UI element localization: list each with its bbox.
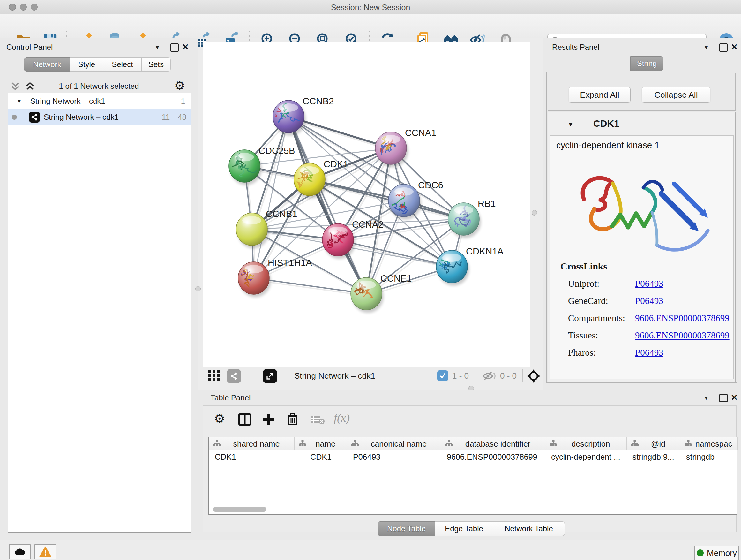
tab-node-table[interactable]: Node Table (378, 521, 435, 536)
table-panel-title: Table Panel (211, 393, 251, 402)
crosslink-value[interactable]: P06493 (635, 348, 664, 358)
panel-menu-icon[interactable]: ▾ (704, 44, 708, 51)
network-node-CCNB1[interactable]: CCNB1 (236, 209, 297, 248)
collapse-all-button[interactable]: Collapse All (642, 87, 711, 103)
crosslink-label: GeneCard: (568, 292, 635, 309)
float-panel-icon[interactable] (171, 44, 179, 52)
splitter-handle[interactable] (195, 286, 201, 292)
table-cell[interactable]: CDK1 (294, 450, 347, 463)
function-builder-button[interactable]: f(x) (334, 411, 350, 425)
network-canvas[interactable]: CCNB2CCNA1CDC25BCDK1CDC6RB1CCNB1CCNA2CDK… (203, 43, 530, 367)
tab-network[interactable]: Network (24, 57, 70, 71)
expand-all-networks-icon[interactable] (24, 80, 36, 93)
expand-all-button[interactable]: Expand All (569, 87, 630, 103)
table-settings-gear-icon[interactable]: ⚙ (214, 411, 225, 426)
column-header[interactable]: shared name (209, 437, 294, 450)
float-panel-icon[interactable] (719, 394, 728, 402)
hidden-eye-icon[interactable] (482, 371, 496, 382)
table-tabs: Node Table Edge Table Network Table (378, 521, 565, 536)
table-cell[interactable]: 9606.ENSP00000378699 (441, 450, 545, 463)
column-header[interactable]: @id (627, 437, 680, 450)
network-node-CCNA2[interactable]: CCNA2 (322, 219, 383, 259)
node-table: shared namenamecanonical namedatabase id… (208, 437, 737, 515)
column-header[interactable]: namespac (680, 437, 738, 450)
collapse-all-networks-icon[interactable] (10, 80, 21, 93)
panel-menu-icon[interactable]: ▾ (156, 44, 159, 51)
table-cell[interactable]: P06493 (347, 450, 441, 463)
network-view-title: String Network – cdk1 (294, 371, 375, 381)
network-view-toolbar: String Network – cdk1 1 - 0 0 - 0 (203, 367, 530, 385)
tab-select[interactable]: Select (104, 57, 142, 71)
node-count: 11 (162, 113, 170, 122)
close-panel-icon[interactable]: ✕ (182, 42, 189, 52)
collapse-triangle-icon[interactable]: ▼ (16, 98, 22, 105)
network-node-CCNA1[interactable]: CCNA1 (375, 128, 436, 167)
crosslink-label: Tissues: (568, 327, 635, 344)
crosslink-value[interactable]: 9606.ENSP00000378699 (635, 330, 730, 340)
network-label: String Network – cdk1 (44, 113, 119, 122)
table-panel: Table Panel ▾ ✕ ⚙ f(x) shared namenameca… (198, 390, 741, 540)
column-header[interactable]: name (294, 437, 347, 450)
birdseye-grid-icon[interactable] (208, 369, 221, 384)
tab-network-table[interactable]: Network Table (493, 521, 565, 536)
table-cell[interactable]: cyclin-dependent ... (545, 450, 627, 463)
panel-menu-icon[interactable]: ▾ (704, 394, 708, 401)
column-header[interactable]: database identifier (441, 437, 545, 450)
crosslinks-list: Uniprot:P06493 GeneCard:P06493 Compartme… (568, 275, 730, 361)
tab-string[interactable]: String (630, 56, 664, 71)
control-panel-tabs: Network Style Select Sets (24, 57, 171, 71)
statusbar-separator (284, 369, 284, 382)
tab-sets[interactable]: Sets (142, 57, 171, 71)
network-node-CDK1[interactable]: CDK1 (294, 159, 348, 199)
close-panel-icon[interactable]: ✕ (731, 393, 738, 402)
table-cell[interactable]: stringdb (680, 450, 738, 463)
column-header-label: namespac (695, 439, 732, 449)
network-options-gear-icon[interactable]: ⚙ (174, 78, 185, 92)
add-column-icon[interactable] (262, 413, 275, 427)
table-cell[interactable]: stringdb:9... (627, 450, 680, 463)
collection-label: String Network – cdk1 (30, 97, 105, 106)
close-panel-icon[interactable]: ✕ (731, 42, 738, 52)
selected-checkbox-icon[interactable] (437, 370, 448, 381)
string-settings-icon[interactable] (227, 369, 241, 383)
delete-table-icon[interactable] (310, 415, 325, 427)
crosslink-value[interactable]: P06493 (635, 278, 664, 289)
section-collapse-icon[interactable]: ▼ (567, 121, 574, 128)
warnings-button[interactable] (35, 544, 56, 559)
control-panel-title: Control Panel (6, 43, 53, 52)
column-header-label: @id (651, 439, 665, 449)
network-node-RB1[interactable]: RB1 (448, 199, 495, 238)
network-row[interactable]: String Network – cdk1 11 48 (8, 109, 191, 125)
network-graph[interactable]: CCNB2CCNA1CDC25BCDK1CDC6RB1CCNB1CCNA2CDK… (203, 43, 530, 367)
network-selection-status: 1 of 1 Network selected (42, 82, 156, 91)
column-header[interactable]: description (545, 437, 627, 450)
delete-column-icon[interactable] (286, 413, 299, 427)
splitter-handle[interactable] (532, 210, 537, 215)
node-label: CCNB2 (302, 96, 334, 106)
network-collection-row[interactable]: ▼ String Network – cdk1 1 (8, 93, 191, 109)
gene-name: CDK1 (593, 118, 619, 129)
table-cell[interactable]: CDK1 (209, 450, 294, 463)
crosslink-label: Compartments: (568, 309, 635, 327)
tab-style[interactable]: Style (70, 57, 104, 71)
tab-edge-table[interactable]: Edge Table (435, 521, 493, 536)
horizontal-scrollbar[interactable] (213, 507, 266, 512)
window-status-bar: Memory (0, 540, 741, 560)
statusbar-separator (477, 369, 477, 382)
crosslink-value[interactable]: 9606.ENSP00000378699 (635, 313, 730, 323)
window-title: Session: New Session (0, 3, 741, 12)
open-in-window-icon[interactable] (263, 369, 277, 383)
memory-status-dot-icon (697, 550, 704, 557)
column-header-label: database identifier (465, 439, 530, 449)
results-buttons-box: Expand All Collapse All (548, 73, 736, 111)
cloud-status-button[interactable] (9, 544, 30, 559)
memory-button[interactable]: Memory (694, 546, 739, 560)
column-header[interactable]: canonical name (347, 437, 441, 450)
show-columns-icon[interactable] (238, 413, 252, 427)
network-node-HIST1H1A[interactable]: HIST1H1A (234, 258, 313, 297)
crosslink-value[interactable]: P06493 (635, 296, 664, 306)
float-panel-icon[interactable] (719, 44, 728, 52)
main-toolbar: ? (0, 14, 741, 38)
network-node-CCNE1[interactable]: CCNE1 (341, 273, 412, 313)
fit-content-crosshair-icon[interactable] (526, 369, 541, 385)
